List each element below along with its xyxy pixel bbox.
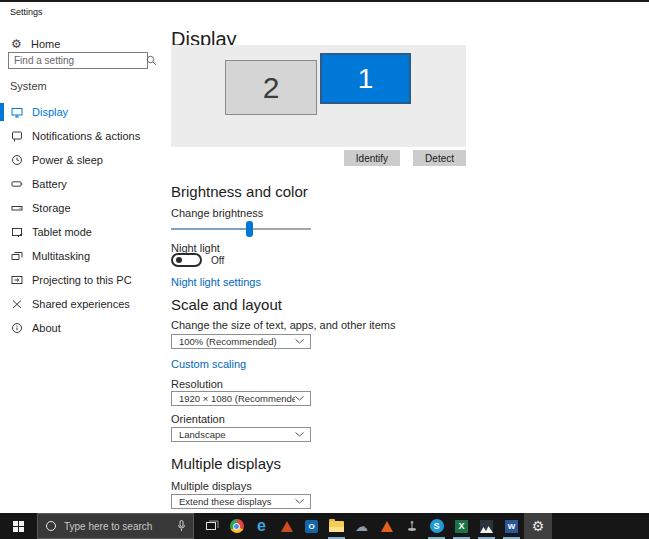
settings-taskbar-icon[interactable]: ⚙ <box>524 513 552 539</box>
resolution-dropdown[interactable]: 1920 × 1080 (Recommended) <box>171 391 311 406</box>
identify-button[interactable]: Identify <box>344 150 400 166</box>
chevron-down-icon <box>295 396 304 401</box>
night-light-toggle[interactable] <box>171 253 202 267</box>
brightness-slider-fill <box>171 228 249 230</box>
taskbar-search[interactable]: Type here to search <box>37 513 194 539</box>
orientation-value: Landscape <box>172 429 295 440</box>
sidebar-section-label: System <box>10 80 47 92</box>
multiple-displays-label: Multiple displays <box>171 480 252 492</box>
taskbar-search-placeholder: Type here to search <box>64 521 177 532</box>
display-icon <box>10 106 23 119</box>
microphone-icon[interactable] <box>177 520 186 532</box>
multiple-displays-heading: Multiple displays <box>171 455 281 472</box>
lamp-app-icon[interactable] <box>399 513 424 539</box>
file-explorer-icon[interactable] <box>324 513 349 539</box>
storage-icon <box>10 202 23 215</box>
resolution-value: 1920 × 1080 (Recommended) <box>172 393 295 404</box>
find-setting-search[interactable] <box>8 52 148 69</box>
brightness-slider-thumb[interactable] <box>246 221 253 237</box>
chrome-icon[interactable] <box>224 513 249 539</box>
triangle-app-icon[interactable] <box>274 513 299 539</box>
sidebar-item-power-sleep[interactable]: Power & sleep <box>0 148 162 172</box>
multitasking-icon <box>10 250 23 263</box>
sidebar-item-projecting[interactable]: Projecting to this PC <box>0 268 162 292</box>
search-icon <box>146 55 157 66</box>
notifications-icon <box>10 130 23 143</box>
change-brightness-label: Change brightness <box>171 207 263 219</box>
orientation-dropdown[interactable]: Landscape <box>171 427 311 442</box>
start-button[interactable] <box>0 513 37 539</box>
slider-track <box>171 228 311 230</box>
monitor-1-number: 1 <box>358 63 374 95</box>
sidebar-item-notifications[interactable]: Notifications & actions <box>0 124 162 148</box>
scale-layout-heading: Scale and layout <box>171 296 282 313</box>
scaling-dropdown[interactable]: 100% (Recommended) <box>171 334 311 349</box>
cloud-app-icon[interactable]: ☁ <box>349 513 374 539</box>
night-light-toggle-row: Off <box>171 253 224 267</box>
sidebar-item-display[interactable]: Display <box>0 100 162 124</box>
battery-icon <box>10 178 23 191</box>
search-input[interactable] <box>9 53 146 68</box>
triangle-app-2-icon[interactable] <box>374 513 399 539</box>
multiple-displays-dropdown[interactable]: Extend these displays <box>171 494 311 509</box>
sidebar-item-multitasking[interactable]: Multitasking <box>0 244 162 268</box>
outlook-icon[interactable]: O <box>299 513 324 539</box>
brightness-heading: Brightness and color <box>171 183 308 200</box>
monitor-arrangement-panel[interactable]: 2 1 <box>171 45 466 147</box>
sidebar-nav: Display Notifications & actions Power & … <box>0 100 162 340</box>
toggle-knob <box>176 257 182 263</box>
task-view-button[interactable] <box>199 513 224 539</box>
orientation-label: Orientation <box>171 413 225 425</box>
skype-icon[interactable]: S <box>424 513 449 539</box>
brightness-slider[interactable] <box>171 221 311 237</box>
sidebar-item-shared-experiences[interactable]: Shared experiences <box>0 292 162 316</box>
night-light-settings-link[interactable]: Night light settings <box>171 276 261 288</box>
projecting-icon <box>10 274 23 287</box>
sidebar-item-storage[interactable]: Storage <box>0 196 162 220</box>
selection-accent-bar <box>0 103 4 121</box>
home-label: Home <box>31 38 60 50</box>
sidebar-item-tablet-mode[interactable]: Tablet mode <box>0 220 162 244</box>
gear-icon: ⚙ <box>11 38 27 50</box>
photos-icon[interactable] <box>474 513 499 539</box>
monitor-1[interactable]: 1 <box>320 53 411 104</box>
desktop-screen: Settings ⚙ Home System Display <box>0 0 649 539</box>
resolution-label: Resolution <box>171 378 223 390</box>
sidebar-item-about[interactable]: About <box>0 316 162 340</box>
shared-experiences-icon <box>10 298 23 311</box>
cortana-icon <box>46 521 56 531</box>
custom-scaling-link[interactable]: Custom scaling <box>171 358 246 370</box>
edge-icon[interactable]: e <box>249 513 274 539</box>
word-icon[interactable]: W <box>499 513 524 539</box>
monitor-2-number: 2 <box>263 71 280 105</box>
chevron-down-icon <box>295 432 304 437</box>
windows-logo-icon <box>13 521 24 532</box>
excel-icon[interactable]: X <box>449 513 474 539</box>
task-view-icon <box>205 520 219 532</box>
tablet-mode-icon <box>10 226 23 239</box>
window-top-edge <box>0 0 649 2</box>
about-icon <box>10 322 23 335</box>
chevron-down-icon <box>295 339 304 344</box>
monitor-2[interactable]: 2 <box>225 60 317 115</box>
multiple-displays-value: Extend these displays <box>172 496 295 507</box>
taskbar: Type here to search e O ☁ S X W ⚙ <box>0 513 649 539</box>
change-size-label: Change the size of text, apps, and other… <box>171 319 395 331</box>
power-sleep-icon <box>10 154 23 167</box>
identify-detect-row: Identify Detect <box>171 150 466 166</box>
scaling-value: 100% (Recommended) <box>172 336 295 347</box>
detect-button[interactable]: Detect <box>413 150 466 166</box>
sidebar-item-battery[interactable]: Battery <box>0 172 162 196</box>
chevron-down-icon <box>295 499 304 504</box>
window-title: Settings <box>10 7 43 17</box>
night-light-state: Off <box>211 255 224 266</box>
